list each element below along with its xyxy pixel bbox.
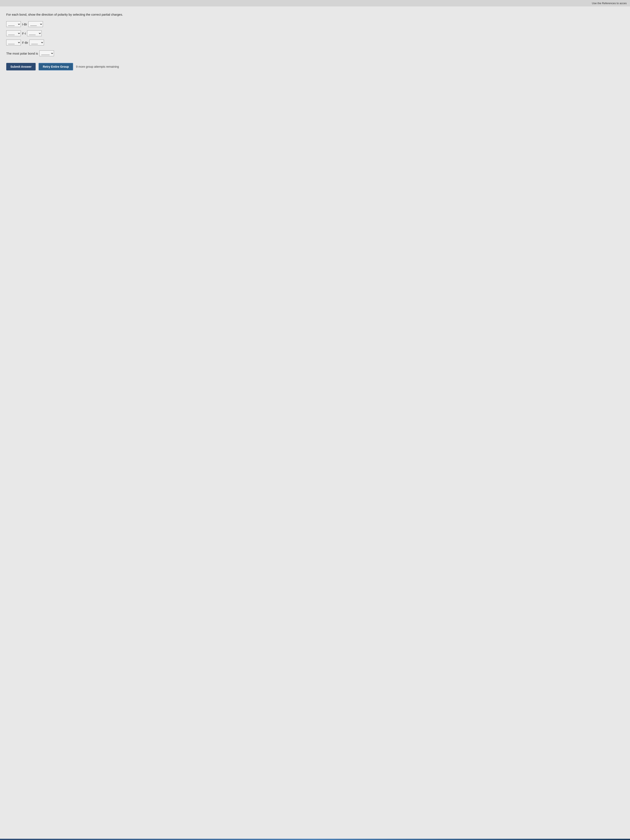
main-content: For each bond, show the direction of pol… — [0, 6, 630, 839]
instruction-text: For each bond, show the direction of pol… — [6, 13, 624, 16]
bond-row-fi: ____ δ+ δ- F-I ____ δ+ δ- — [6, 30, 624, 36]
fbr-left-select[interactable]: ____ δ+ δ- — [6, 39, 21, 46]
retry-entire-group-button[interactable]: Retry Entire Group — [38, 63, 73, 70]
bond-row-fbr: ____ δ+ δ- F-Br ____ δ+ δ- — [6, 39, 624, 46]
ibr-label: I-Br — [22, 22, 27, 26]
most-polar-select[interactable]: ______ I-Br F-I F-Br — [39, 51, 54, 56]
bottom-bar — [0, 839, 630, 840]
attempts-remaining-text: 9 more group attempts remaining — [76, 65, 119, 68]
ibr-left-select[interactable]: ____ δ+ δ- — [6, 21, 21, 27]
polar-bond-row: The most polar bond is ______ I-Br F-I F… — [6, 51, 624, 56]
polar-bond-label: The most polar bond is — [6, 52, 38, 55]
button-row: Submit Answer Retry Entire Group 9 more … — [6, 63, 624, 70]
fi-right-select[interactable]: ____ δ+ δ- — [27, 30, 42, 36]
fi-left-select[interactable]: ____ δ+ δ- — [6, 30, 21, 36]
bond-row-ibr: ____ δ+ δ- I-Br ____ δ+ δ- — [6, 21, 624, 27]
submit-answer-button[interactable]: Submit Answer — [6, 63, 36, 70]
fi-label: F-I — [22, 32, 26, 35]
fbr-label: F-Br — [22, 41, 28, 44]
references-text: Use the References to acces — [592, 2, 627, 5]
top-bar: Use the References to acces — [0, 0, 630, 6]
ibr-right-select[interactable]: ____ δ+ δ- — [28, 21, 43, 27]
fbr-right-select[interactable]: ____ δ+ δ- — [29, 39, 44, 46]
